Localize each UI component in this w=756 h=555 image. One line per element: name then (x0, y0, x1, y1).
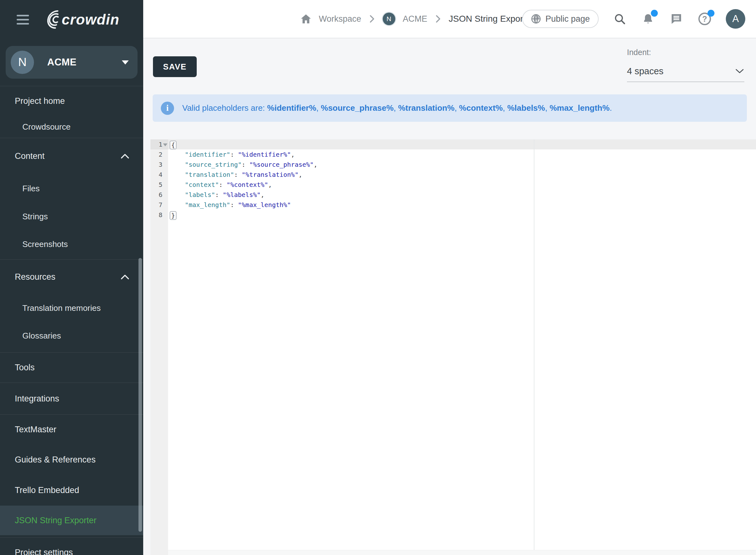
placeholder-token: %labels% (507, 103, 545, 113)
code-line[interactable]: "translation": "%translation%", (168, 170, 756, 180)
sidebar-item-crowdsource[interactable]: Crowdsource (0, 116, 143, 138)
public-page-label: Public page (545, 14, 590, 24)
code-token-value: "%identifier%" (238, 151, 291, 158)
sidebar-section-content[interactable]: Content (0, 138, 143, 174)
code-token-value: "%source_phrase%" (249, 161, 314, 168)
banner-prefix: Valid placeholders are: (182, 103, 267, 113)
code-token-punct: : (219, 181, 226, 188)
code-token-key: "context" (185, 181, 219, 188)
code-token-key: "identifier" (185, 151, 230, 158)
topbar-actions: Public page ? A (522, 0, 745, 38)
sidebar-section-label: Resources (15, 272, 55, 282)
code-token-punct: : (242, 161, 249, 168)
sidebar-item-trello-embedded[interactable]: Trello Embedded (0, 475, 143, 506)
main-content: SAVE Indent: 4 spaces i Valid placeholde… (143, 38, 756, 555)
sidebar: N ACME Project home Crowdsource Content … (0, 38, 143, 555)
project-selector[interactable]: N ACME (6, 46, 137, 79)
code-line[interactable]: "context": "%context%", (168, 180, 756, 190)
gutter-line-number: 7 (151, 200, 168, 210)
placeholder-token: %identifier% (267, 103, 316, 113)
code-line[interactable]: "max_length": "%max_length%" (168, 200, 756, 210)
code-line[interactable]: "labels": "%labels%", (168, 190, 756, 200)
code-token-punct: : (234, 171, 242, 178)
breadcrumb-workspace[interactable]: Workspace (319, 14, 361, 24)
code-line[interactable]: { (168, 139, 756, 150)
home-icon[interactable] (301, 14, 311, 24)
indent-select[interactable]: 4 spaces (627, 61, 744, 82)
code-token-punct (170, 191, 185, 199)
editor-code-area[interactable]: { "identifier": "%identifier%", "source_… (168, 139, 756, 555)
indent-control: Indent: 4 spaces (627, 48, 744, 82)
code-token-punct (170, 161, 185, 168)
help-icon[interactable]: ? (698, 12, 712, 26)
info-icon: i (161, 101, 174, 115)
indent-label: Indent: (627, 48, 744, 57)
code-line[interactable]: "source_string": "%source_phrase%", (168, 160, 756, 170)
code-line[interactable]: } (168, 210, 756, 220)
notification-badge-dot (651, 10, 658, 17)
gutter-line-number: 8 (151, 210, 168, 220)
crowdin-swirl-icon: crowdin (41, 9, 125, 30)
project-avatar: N (11, 51, 34, 74)
search-icon[interactable] (613, 12, 627, 26)
sidebar-item-project-home[interactable]: Project home (0, 86, 143, 116)
gutter-line-number: 5 (151, 180, 168, 190)
fold-triangle-icon[interactable] (163, 143, 167, 146)
sidebar-item-tools[interactable]: Tools (0, 353, 143, 383)
breadcrumb: Workspace N ACME JSON String Exporter (301, 0, 534, 38)
brand-wordmark: crowdin (62, 11, 119, 28)
code-editor[interactable]: 12345678 { "identifier": "%identifier%",… (151, 139, 756, 555)
sidebar-item-guides-references[interactable]: Guides & References (0, 444, 143, 475)
editor-horizontal-scrollbar[interactable] (168, 550, 756, 555)
chevron-up-icon (121, 154, 129, 159)
code-token-punct (170, 151, 185, 158)
code-token-punct (170, 201, 185, 209)
sidebar-item-strings[interactable]: Strings (0, 203, 143, 230)
sidebar-item-project-settings[interactable]: Project settings (0, 538, 143, 555)
code-token-punct: , (261, 191, 264, 199)
code-token-punct: : (230, 151, 238, 158)
code-token-punct: , (268, 181, 272, 188)
save-button[interactable]: SAVE (153, 56, 197, 77)
crowdin-logo[interactable]: crowdin (41, 9, 125, 30)
code-token-value: "%translation%" (242, 171, 299, 178)
brand-block: crowdin (0, 0, 143, 39)
menu-icon[interactable] (17, 15, 29, 25)
gutter-line-number: 4 (151, 170, 168, 180)
caret-down-icon (122, 60, 129, 65)
code-token-punct: , (291, 151, 295, 158)
code-token-key: "source_string" (185, 161, 242, 168)
indent-value: 4 spaces (627, 66, 664, 77)
globe-icon (531, 14, 541, 24)
editor-gutter: 12345678 (151, 139, 168, 555)
sidebar-scrollbar-thumb[interactable] (138, 258, 142, 532)
user-avatar[interactable]: A (726, 9, 745, 29)
code-token-punct (170, 181, 185, 188)
chevron-right-icon (435, 14, 441, 24)
project-name: ACME (47, 57, 77, 68)
sidebar-item-textmaster[interactable]: TextMaster (0, 415, 143, 444)
info-banner: i Valid placeholders are: %identifier%, … (153, 94, 747, 122)
code-line[interactable]: "identifier": "%identifier%", (168, 150, 756, 160)
project-badge[interactable]: N (383, 12, 395, 25)
gutter-line-number: 6 (151, 190, 168, 200)
breadcrumb-project[interactable]: ACME (403, 14, 427, 24)
sidebar-section-resources[interactable]: Resources (0, 260, 143, 294)
sidebar-item-integrations[interactable]: Integrations (0, 383, 143, 414)
code-token-punct: , (314, 161, 318, 168)
sidebar-item-translation-memories[interactable]: Translation memories (0, 294, 143, 322)
public-page-button[interactable]: Public page (522, 10, 599, 28)
topbar: Workspace N ACME JSON String Exporter Pu… (143, 0, 756, 38)
print-margin-line (534, 139, 535, 555)
sidebar-item-json-string-exporter[interactable]: JSON String Exporter (0, 506, 143, 535)
sidebar-item-files[interactable]: Files (0, 174, 143, 203)
code-token-punct: , (298, 171, 302, 178)
placeholder-token: %context% (459, 103, 503, 113)
sidebar-item-screenshots[interactable]: Screenshots (0, 230, 143, 258)
gutter-line-number[interactable]: 1 (151, 139, 168, 150)
messages-icon[interactable] (669, 12, 684, 26)
sidebar-item-glossaries[interactable]: Glossaries (0, 322, 143, 349)
crowdin-app: crowdin Workspace N ACME JSON String Exp… (0, 0, 756, 555)
notifications-bell-icon[interactable] (641, 12, 655, 26)
code-token-key: "labels" (185, 191, 215, 199)
